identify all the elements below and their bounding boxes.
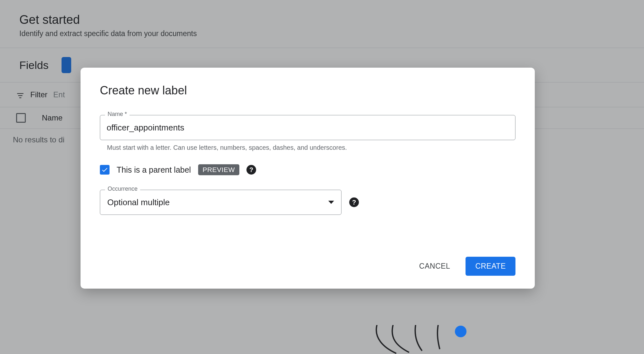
- dialog-actions: CANCEL CREATE: [100, 257, 515, 276]
- occurrence-select[interactable]: Occurrence Optional multiple: [100, 190, 341, 215]
- parent-label-checkbox[interactable]: [100, 165, 110, 175]
- cancel-button[interactable]: CANCEL: [409, 257, 460, 276]
- help-icon[interactable]: ?: [349, 197, 359, 207]
- parent-label-row: This is a parent label PREVIEW ?: [100, 164, 515, 175]
- decorative-lines: [364, 325, 467, 354]
- check-icon: [101, 166, 108, 173]
- name-field-wrapper: Name *: [100, 115, 515, 140]
- preview-chip: PREVIEW: [198, 164, 239, 175]
- occurrence-row: Occurrence Optional multiple ?: [100, 190, 515, 215]
- create-label-dialog: Create new label Name * Must start with …: [81, 68, 535, 289]
- name-input[interactable]: [107, 123, 509, 133]
- name-field-label: Name *: [105, 111, 130, 118]
- create-button[interactable]: CREATE: [466, 257, 515, 276]
- parent-label-text: This is a parent label: [117, 165, 191, 175]
- occurrence-label: Occurrence: [105, 186, 140, 192]
- name-helper-text: Must start with a letter. Can use letter…: [107, 144, 515, 151]
- svg-point-0: [455, 326, 466, 337]
- occurrence-value: Optional multiple: [107, 197, 170, 207]
- help-icon[interactable]: ?: [246, 165, 256, 175]
- dialog-title: Create new label: [100, 84, 515, 97]
- chevron-down-icon: [328, 201, 334, 204]
